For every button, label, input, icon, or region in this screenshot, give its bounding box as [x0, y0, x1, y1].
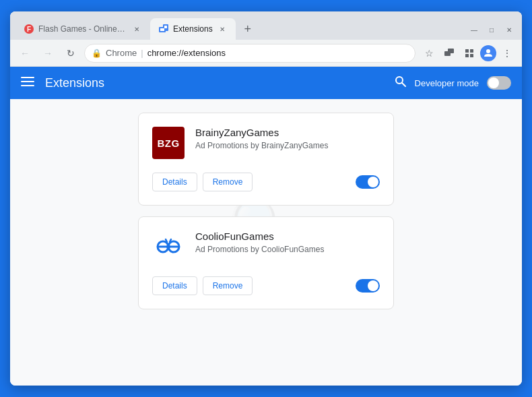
extension-card-coolio: CoolioFunGames Ad Promotions by CoolioFu… — [138, 216, 394, 309]
address-url: chrome://extensions — [147, 48, 226, 58]
bzg-description: Ad Promotions by BrainyZanyGames — [195, 141, 380, 150]
tab-flash-games[interactable]: F Flash Games - Online Flash Gam ✕ — [15, 18, 150, 40]
tab-flash-games-title: Flash Games - Online Flash Gam — [38, 24, 127, 34]
bzg-info: BrainyZanyGames Ad Promotions by BrainyZ… — [195, 127, 380, 150]
extensions-header: Extensions Developer mode — [10, 67, 522, 99]
developer-mode-label: Developer mode — [415, 78, 479, 88]
back-button: ← — [15, 44, 34, 63]
tab-extensions-title: Extensions — [173, 24, 213, 34]
tab-extensions[interactable]: Extensions ✕ — [150, 18, 236, 40]
extension-card-bzg: BZG BrainyZanyGames Ad Promotions by Bra… — [138, 113, 394, 206]
svg-rect-4 — [160, 28, 164, 31]
extensions-page-title: Extensions — [45, 76, 384, 90]
coolio-icon — [152, 231, 185, 263]
title-bar: F Flash Games - Online Flash Gam ✕ Exten… — [10, 11, 522, 40]
bzg-name: BrainyZanyGames — [195, 127, 380, 138]
extensions-favicon — [158, 24, 169, 34]
menu-button[interactable]: ⋮ — [498, 44, 517, 63]
svg-point-12 — [486, 49, 490, 53]
coolio-toggle-knob — [368, 280, 378, 291]
svg-rect-13 — [21, 77, 34, 78]
coolio-description: Ad Promotions by CoolioFunGames — [195, 245, 380, 254]
svg-text:F: F — [27, 26, 31, 33]
bzg-card-buttons: Details Remove — [152, 173, 253, 191]
svg-rect-5 — [164, 26, 167, 28]
tab-flash-games-close[interactable]: ✕ — [131, 24, 142, 34]
svg-rect-15 — [21, 85, 34, 86]
coolio-card-footer: Details Remove — [152, 276, 380, 295]
search-extensions-button[interactable] — [395, 75, 407, 91]
navigation-bar: ← → ↻ 🔒 Chrome | chrome://extensions ☆ — [10, 40, 522, 67]
bzg-icon: BZG — [152, 127, 185, 159]
window-controls: — □ ✕ — [469, 25, 517, 40]
bzg-details-button[interactable]: Details — [152, 173, 197, 191]
coolio-toggle[interactable] — [356, 279, 380, 293]
svg-line-17 — [402, 83, 405, 86]
flash-games-favicon: F — [24, 24, 34, 34]
forward-button: → — [38, 44, 57, 63]
close-button[interactable]: ✕ — [504, 25, 514, 34]
svg-rect-8 — [465, 49, 469, 53]
coolio-card-header: CoolioFunGames Ad Promotions by CoolioFu… — [152, 231, 380, 263]
bzg-toggle-knob — [368, 177, 378, 187]
nav-actions: ☆ ⋮ — [420, 44, 517, 63]
new-tab-button[interactable]: + — [238, 20, 257, 38]
svg-rect-10 — [465, 54, 469, 57]
maximize-button[interactable]: □ — [487, 25, 496, 34]
svg-rect-7 — [448, 49, 454, 53]
profile-avatar[interactable] — [480, 45, 496, 61]
coolio-details-button[interactable]: Details — [152, 276, 197, 295]
bzg-icon-text: BZG — [157, 138, 179, 149]
hamburger-menu-icon[interactable] — [21, 75, 34, 92]
address-separator: | — [141, 48, 143, 58]
coolio-remove-button[interactable]: Remove — [203, 276, 253, 295]
coolio-card-buttons: Details Remove — [152, 276, 253, 295]
svg-rect-11 — [470, 54, 473, 57]
tab-extensions-close[interactable]: ✕ — [217, 24, 228, 34]
tabs-area: F Flash Games - Online Flash Gam ✕ Exten… — [15, 18, 469, 40]
puzzle-icon-nav[interactable] — [460, 44, 479, 63]
header-actions: Developer mode — [395, 75, 511, 91]
svg-rect-14 — [21, 81, 34, 82]
extensions-content: 🔍 fish.com BZG BrainyZanyGames Ad Promot… — [10, 99, 522, 386]
reload-button[interactable]: ↻ — [61, 44, 80, 63]
address-site-name: Chrome — [106, 48, 137, 58]
svg-rect-9 — [470, 49, 473, 53]
developer-mode-toggle[interactable] — [487, 76, 511, 90]
bookmark-button[interactable]: ☆ — [420, 44, 438, 63]
address-bar[interactable]: 🔒 Chrome | chrome://extensions — [84, 44, 415, 63]
bzg-toggle[interactable] — [356, 175, 380, 189]
bzg-remove-button[interactable]: Remove — [203, 173, 253, 191]
extensions-icon-nav[interactable] — [440, 44, 459, 63]
coolio-name: CoolioFunGames — [195, 231, 380, 242]
minimize-button[interactable]: — — [469, 25, 479, 34]
secure-icon: 🔒 — [92, 49, 102, 58]
coolio-info: CoolioFunGames Ad Promotions by CoolioFu… — [195, 231, 380, 254]
bzg-card-footer: Details Remove — [152, 173, 380, 191]
bzg-card-header: BZG BrainyZanyGames Ad Promotions by Bra… — [152, 127, 380, 159]
developer-mode-toggle-knob — [488, 78, 499, 88]
browser-window: F Flash Games - Online Flash Gam ✕ Exten… — [10, 11, 522, 386]
svg-rect-21 — [166, 245, 170, 249]
